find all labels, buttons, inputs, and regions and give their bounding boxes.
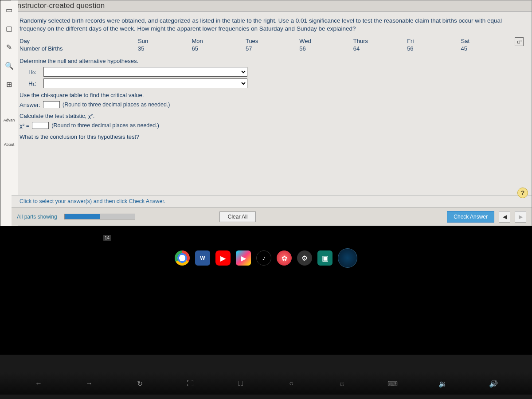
col-wed: Wed — [299, 37, 353, 45]
word-icon[interactable]: W — [195, 250, 210, 266]
sidebar-label-advan: Advan — [4, 118, 15, 122]
monitor-back-icon[interactable]: ← — [32, 379, 45, 387]
monitor-keyboard-icon[interactable]: ⌨ — [386, 379, 399, 388]
parts-showing-label: All parts showing — [17, 214, 57, 220]
critical-value-input[interactable] — [43, 101, 60, 108]
monitor-circle-icon[interactable]: ○ — [285, 379, 298, 387]
val-sun: 35 — [138, 45, 192, 52]
next-button[interactable]: ▶ — [515, 211, 526, 223]
chi-sq-input[interactable] — [32, 122, 49, 129]
play-store-icon[interactable]: ▶ — [236, 250, 251, 266]
tools-icon[interactable]: ▢ — [4, 23, 14, 33]
col-sun: Sun — [138, 37, 192, 45]
monitor-controls: ← → ↻ ⛶ ▭⃞ ○ ☼ ⌨ 🔉 🔊 — [0, 372, 532, 395]
data-table: Day Number of Births Sun35 Mon65 Tues57 … — [20, 37, 524, 52]
sidebar-label-about: About — [4, 142, 15, 147]
monitor-overview-icon[interactable]: ▭⃞ — [234, 379, 247, 387]
col-tue: Tues — [246, 37, 299, 45]
tiktok-icon[interactable]: ♪ — [256, 250, 271, 266]
critical-answer-label: Answer: — [20, 102, 40, 108]
val-sat: 45 — [461, 45, 515, 52]
assistant-icon[interactable] — [338, 248, 357, 268]
check-answer-button[interactable]: Check Answer — [447, 211, 494, 223]
copy-table-icon[interactable]: ⮺ — [515, 37, 524, 46]
monitor-refresh-icon[interactable]: ↻ — [133, 379, 146, 388]
critical-instruction: Use the chi-square table to find the cri… — [20, 92, 524, 98]
left-sidebar: ▭ ▢ ✎ 🔍 ⊞ Advan About — [0, 0, 18, 227]
content-icon[interactable]: ▭ — [4, 5, 14, 15]
row-label-births: Number of Births — [20, 45, 138, 52]
val-thu: 64 — [353, 45, 407, 52]
gallery-icon[interactable]: ▣ — [317, 250, 332, 266]
critical-note: (Round to three decimal places as needed… — [63, 102, 170, 108]
progress-bar — [64, 214, 135, 219]
edit-icon[interactable]: ✎ — [4, 42, 14, 52]
chi-sq-label: χ² = — [20, 122, 29, 129]
question-content: Randomly selected birth records were obt… — [12, 12, 532, 206]
monitor-forward-icon[interactable]: → — [82, 379, 96, 387]
footer-hint: Click to select your answer(s) and then … — [12, 195, 532, 207]
youtube-icon[interactable]: ▶ — [215, 250, 231, 266]
taskbar-dock: W ▶ ▶ ♪ ✿ ⚙ ▣ — [175, 248, 357, 268]
prev-button[interactable]: ◀ — [499, 211, 510, 223]
monitor-vol-up-icon[interactable]: 🔊 — [487, 379, 500, 388]
statistic-instruction: Calculate the test statistic, χ². — [20, 113, 524, 119]
col-sat: Sat — [461, 37, 515, 45]
val-mon: 65 — [192, 45, 246, 52]
settings-icon[interactable]: ⚙ — [297, 250, 312, 266]
col-fri: Fri — [407, 37, 461, 45]
footer-bar: All parts showing Clear All Check Answer… — [12, 207, 532, 226]
monitor-fullscreen-icon[interactable]: ⛶ — [184, 379, 197, 387]
photos-icon[interactable]: ✿ — [277, 250, 292, 266]
val-tue: 57 — [246, 45, 299, 52]
window-title: Instructor-created question — [12, 0, 532, 12]
h1-select[interactable] — [43, 78, 247, 88]
h1-label: H₁: — [28, 80, 40, 87]
col-thu: Thurs — [353, 37, 407, 45]
clear-all-button[interactable]: Clear All — [219, 211, 256, 222]
col-mon: Mon — [192, 37, 246, 45]
h0-select[interactable] — [43, 67, 247, 77]
tooltip: 14 — [103, 235, 111, 241]
chrome-icon[interactable] — [175, 250, 190, 266]
val-wed: 56 — [299, 45, 353, 52]
statistic-note: (Round to three decimal places as needed… — [51, 122, 159, 129]
h0-label: H₀: — [28, 69, 40, 75]
grid-icon[interactable]: ⊞ — [4, 79, 14, 89]
help-button[interactable]: ? — [517, 188, 528, 198]
val-fri: 56 — [407, 45, 461, 52]
search-icon[interactable]: 🔍 — [4, 61, 14, 70]
monitor-brightness-icon[interactable]: ☼ — [335, 379, 348, 387]
desktop-background — [0, 226, 532, 355]
row-label-day: Day — [20, 37, 138, 45]
conclusion-instruction: What is the conclusion for this hypothes… — [20, 133, 524, 140]
monitor-vol-down-icon[interactable]: 🔉 — [436, 379, 450, 388]
hypotheses-instruction: Determine the null and alternative hypot… — [20, 58, 524, 64]
question-prompt: Randomly selected birth records were obt… — [20, 17, 524, 33]
